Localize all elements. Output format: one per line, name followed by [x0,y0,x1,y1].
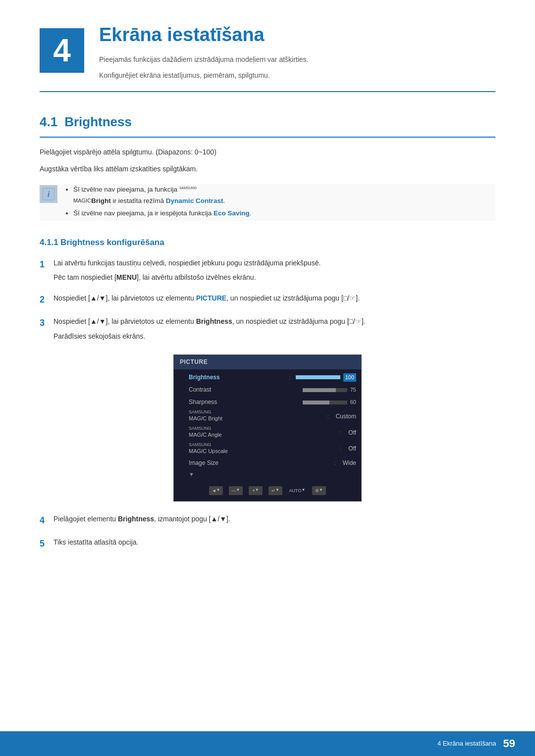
chapter-desc2: Konfigurējiet ekrāna iestatījumus, piemē… [99,70,309,82]
note-box: i Šī izvēlne nav pieejama, ja funkcija S… [40,184,495,221]
note-item-2: Šī izvēlne nav pieejama, ja ir iespējota… [73,208,251,219]
step-1-number: 1 [40,257,54,272]
step-3-content: Nospiediet [▲/▼], lai pārvietotos uz ele… [54,316,495,343]
chapter-title: Ekrāna iestatīšana [99,20,309,50]
screen-item-brightness: Brightness : 100 [174,371,361,384]
step-2-number: 2 [40,293,54,307]
step-3: 3 Nospiediet [▲/▼], lai pārvietotos uz e… [40,316,495,343]
step-4-content: Pielāgojiet elementu Brightness, izmanto… [54,513,495,525]
screen-item-contrast: Contrast 75 [174,384,361,396]
footer-text: 4 Ekrāna iestatīšana [437,739,496,749]
note-icon: i [40,185,57,203]
step-2: 2 Nospiediet [▲/▼], lai pārvietotos uz e… [40,293,495,307]
section-41-title: Brightness [64,112,132,133]
step-2-content: Nospiediet [▲/▼], lai pārvietotos uz ele… [54,293,495,304]
note-item-1: Šī izvēlne nav pieejama, ja funkcija SAM… [73,184,251,207]
screen-btn-auto: AUTO▼ [288,486,306,495]
screen-menu-items: Brightness : 100 Contrast [174,369,361,482]
subsection-411-header: 4.1.1 Brightness konfigurēšana [40,236,495,249]
screen-item-sharpness: Sharpness 60 [174,396,361,408]
svg-text:i: i [48,190,50,199]
screen-btn-enter: ↵▼ [268,486,282,495]
subsection-411-number: 4.1.1 [40,238,58,247]
screen-item-magic-upscale: SAMSUNG MAGIC Upscale : Off [174,441,361,457]
step-4-number: 4 [40,513,54,528]
screen-item-image-size: Image Size : Wide [174,457,361,469]
screen-item-magic-bright: SAMSUNG MAGIC Bright : Custom [174,408,361,425]
screen-btn-plus: +▼ [249,486,263,495]
screen-bottom-buttons: ◄▼ —▼ +▼ ↵▼ AUTO▼ ⚙▼ [174,486,361,495]
step-5-content: Tiks iestatīta atlasītā opcija. [54,537,495,549]
footer-page: 59 [503,735,515,752]
section-41-header: 4.1 Brightness [40,112,495,138]
section-41-number: 4.1 [40,112,57,133]
section-41-intro1: Pielāgojiet vispārējo attēla spilgtumu. … [40,147,495,158]
chapter-desc1: Pieejamās funkcijas dažādiem izstrādājum… [99,54,309,66]
step-5: 5 Tiks iestatīta atlasītā opcija. [40,537,495,551]
screen-btn-settings: ⚙▼ [312,486,326,495]
screen-mockup: PICTURE Brightness : 100 Contrast [173,354,362,502]
page-footer: 4 Ekrāna iestatīšana 59 [0,731,535,756]
screen-scroll-indicator: ▼ [174,469,361,480]
step-4: 4 Pielāgojiet elementu Brightness, izman… [40,513,495,528]
screen-btn-minus: —▼ [229,486,243,495]
step-3-number: 3 [40,316,54,330]
chapter-number: 4 [40,28,84,73]
screen-mockup-wrapper: PICTURE Brightness : 100 Contrast [40,354,495,502]
screen-item-magic-angle: SAMSUNG MAGIC Angle : Off [174,425,361,441]
section-41-intro2: Augstāka vērtība liks attēlam izskatītie… [40,163,495,175]
subsection-411-title: Brightness konfigurēšana [60,238,164,247]
screen-title: PICTURE [174,355,361,369]
step-1-content: Lai atvērtu funkcijas taustiņu ceļvedi, … [54,257,495,284]
chapter-header: 4 Ekrāna iestatīšana Pieejamās funkcijas… [40,20,495,92]
step-1: 1 Lai atvērtu funkcijas taustiņu ceļvedi… [40,257,495,284]
screen-btn-left: ◄▼ [209,486,223,495]
step-5-number: 5 [40,537,54,551]
note-list: Šī izvēlne nav pieejama, ja funkcija SAM… [65,184,251,221]
